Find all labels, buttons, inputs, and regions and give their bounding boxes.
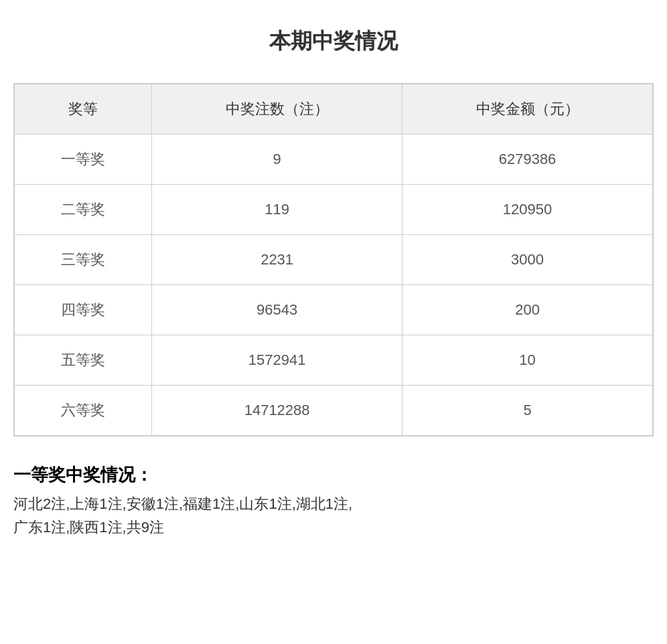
cell-amount: 200 (402, 285, 653, 335)
page-container: 本期中奖情况 奖等 中奖注数（注） 中奖金额（元） 一等奖96279386二等奖… (0, 0, 667, 559)
cell-count: 9 (152, 135, 402, 185)
table-row: 四等奖96543200 (15, 285, 653, 335)
cell-prize-level: 五等奖 (15, 335, 152, 386)
cell-count: 2231 (152, 235, 402, 285)
table-header-row: 奖等 中奖注数（注） 中奖金额（元） (15, 84, 653, 135)
table-row: 三等奖22313000 (15, 235, 653, 285)
cell-amount: 10 (402, 335, 653, 386)
table-row: 一等奖96279386 (15, 135, 653, 185)
first-prize-desc-line2: 广东1注,陕西1注,共9注 (13, 519, 164, 536)
first-prize-description: 河北2注,上海1注,安徽1注,福建1注,山东1注,湖北1注, 广东1注,陕西1注… (13, 492, 654, 539)
cell-amount: 5 (402, 386, 653, 436)
cell-count: 119 (152, 185, 402, 235)
cell-amount: 6279386 (402, 135, 653, 185)
col-header-amount: 中奖金额（元） (402, 84, 653, 135)
cell-count: 1572941 (152, 335, 402, 386)
cell-amount: 120950 (402, 185, 653, 235)
first-prize-desc-line1: 河北2注,上海1注,安徽1注,福建1注,山东1注,湖北1注, (13, 495, 352, 512)
prize-table-wrapper: 奖等 中奖注数（注） 中奖金额（元） 一等奖96279386二等奖1191209… (13, 83, 654, 436)
cell-count: 14712288 (152, 386, 402, 436)
cell-prize-level: 二等奖 (15, 185, 152, 235)
prize-table: 奖等 中奖注数（注） 中奖金额（元） 一等奖96279386二等奖1191209… (14, 84, 653, 436)
cell-prize-level: 一等奖 (15, 135, 152, 185)
cell-prize-level: 三等奖 (15, 235, 152, 285)
col-header-count: 中奖注数（注） (152, 84, 402, 135)
cell-count: 96543 (152, 285, 402, 335)
col-header-prize-level: 奖等 (15, 84, 152, 135)
table-row: 二等奖119120950 (15, 185, 653, 235)
first-prize-section-title: 一等奖中奖情况： (13, 463, 654, 487)
cell-prize-level: 四等奖 (15, 285, 152, 335)
first-prize-section: 一等奖中奖情况： 河北2注,上海1注,安徽1注,福建1注,山东1注,湖北1注, … (13, 457, 654, 539)
table-row: 六等奖147122885 (15, 386, 653, 436)
table-row: 五等奖157294110 (15, 335, 653, 386)
page-title: 本期中奖情况 (13, 20, 654, 63)
cell-prize-level: 六等奖 (15, 386, 152, 436)
cell-amount: 3000 (402, 235, 653, 285)
